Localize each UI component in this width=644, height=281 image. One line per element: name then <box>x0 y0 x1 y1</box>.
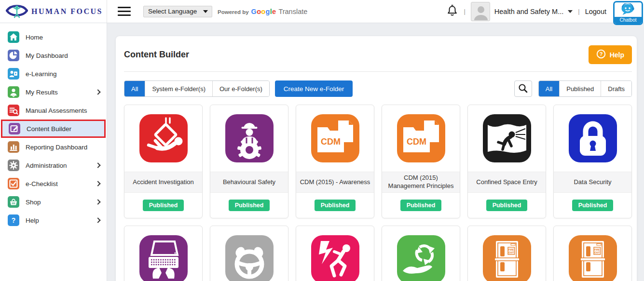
efolder-grid: Accident Investigation Published <box>124 105 632 281</box>
sidebar-item-label: Home <box>26 34 43 41</box>
fire-exit-door-icon: FIRE EXIT <box>483 235 531 281</box>
user-avatar[interactable] <box>471 2 490 21</box>
efolder-title: Confined Space Entry <box>468 172 546 193</box>
chatbot-icon <box>620 2 636 17</box>
content-builder-pencil-icon <box>9 123 20 134</box>
status-badge: Published <box>572 200 614 211</box>
sidebar-item-label: My Dashboard <box>26 52 68 59</box>
sidebar-nav: Home My Dashboard e-Learning My Results … <box>0 23 107 281</box>
title-divider <box>124 71 632 72</box>
efolder-card-accident-investigation[interactable]: Accident Investigation Published <box>124 105 203 218</box>
google-logo: Google <box>251 8 276 15</box>
efolder-card-behavioural-safety[interactable]: Behavioural Safety Published <box>210 105 288 218</box>
sidebar-item-label: Manual Assessments <box>26 107 87 114</box>
sidebar-item-echecklist[interactable]: e-Checklist <box>0 174 107 193</box>
brand-logo[interactable]: HUMAN FOCUS <box>0 0 107 23</box>
tab-all-status[interactable]: All <box>539 81 559 96</box>
sidebar-item-content-builder[interactable]: Content Builder <box>1 120 106 138</box>
hamburger-menu-icon[interactable] <box>118 7 131 16</box>
hand-recycle-icon <box>397 235 445 281</box>
efolder-title: Behavioural Safety <box>210 172 288 193</box>
search-button[interactable] <box>514 80 532 97</box>
tab-published[interactable]: Published <box>559 81 601 96</box>
efolder-card-cdm-awareness[interactable]: CDM CDM (2015) - Awareness Published <box>296 105 374 218</box>
assessment-search-icon <box>8 105 19 116</box>
cdm-folder-icon: CDM <box>311 114 359 162</box>
create-new-efolder-button[interactable]: Create New e-Folder <box>275 80 353 97</box>
help-button[interactable]: ? Help <box>589 45 632 64</box>
google-translate-attribution: Powered by Google Translate <box>218 8 307 15</box>
efolder-card[interactable] <box>124 226 203 281</box>
svg-text:EXIT: EXIT <box>594 251 600 254</box>
cdm-folder-icon: CDM <box>397 114 445 162</box>
magnifier-icon <box>518 83 528 95</box>
bar-chart-icon <box>8 141 19 153</box>
steering-wheel-icon <box>225 235 274 281</box>
efolder-card-data-security[interactable]: Data Security Published <box>553 105 632 218</box>
status-badge: Published <box>143 200 184 211</box>
checklist-icon <box>8 178 19 189</box>
sidebar-item-help[interactable]: ? Help <box>0 211 107 229</box>
elearning-icon <box>8 68 19 80</box>
page-title: Content Builder <box>124 50 189 60</box>
efolder-card[interactable]: FIRE EXIT <box>467 226 546 281</box>
language-select[interactable]: Select Language <box>143 6 212 17</box>
help-button-label: Help <box>610 51 624 59</box>
efolder-card[interactable] <box>296 226 374 281</box>
content-builder-panel: Content Builder ? Help All System e-Fold… <box>116 36 637 281</box>
tab-our-efolders[interactable]: Our e-Folder(s) <box>212 81 269 96</box>
sidebar-item-manual-assessments[interactable]: Manual Assessments <box>0 101 107 120</box>
efolder-title: CDM (2015) Management Principles <box>382 172 460 193</box>
header-separator: | <box>578 8 579 15</box>
sidebar-item-my-results[interactable]: My Results <box>0 83 107 101</box>
chatbot-button[interactable]: Chatbot <box>613 1 643 25</box>
status-filter-group: All Published Drafts <box>538 80 632 97</box>
chevron-down-icon[interactable] <box>568 10 573 13</box>
status-badge: Published <box>315 200 356 211</box>
sidebar-item-label: Help <box>26 217 39 224</box>
efolder-card[interactable] <box>210 226 288 281</box>
efolder-card[interactable] <box>382 226 460 281</box>
toolbar: All System e-Folder(s) Our e-Folder(s) C… <box>124 80 632 97</box>
translate-label: Translate <box>278 8 307 15</box>
sidebar-item-elearning[interactable]: e-Learning <box>0 65 107 83</box>
tab-drafts[interactable]: Drafts <box>601 81 631 96</box>
sidebar-item-home[interactable]: Home <box>0 28 107 46</box>
worker-on-gear-icon <box>225 114 274 162</box>
fire-exit-door-icon: FIRE EXIT <box>569 235 617 281</box>
question-icon: ? <box>8 214 19 226</box>
notification-bell-icon[interactable] <box>447 5 457 18</box>
main-content: Content Builder ? Help All System e-Fold… <box>107 23 644 281</box>
sidebar-item-label: Reporting Dashboard <box>26 144 87 151</box>
efolder-title: Data Security <box>554 172 631 193</box>
user-name[interactable]: Health and Safety M... <box>494 8 563 15</box>
svg-text:EXIT: EXIT <box>508 251 514 254</box>
padlock-icon <box>569 114 617 162</box>
chevron-right-icon <box>95 89 100 94</box>
efolder-card-cdm-management[interactable]: CDM CDM (2015) Management Principles Pub… <box>382 105 460 218</box>
svg-text:CDM: CDM <box>407 137 426 147</box>
home-icon <box>8 31 19 43</box>
sidebar-item-my-dashboard[interactable]: My Dashboard <box>0 46 107 65</box>
svg-text:CDM: CDM <box>321 137 341 147</box>
sidebar-item-label: My Results <box>26 89 58 96</box>
status-badge: Published <box>400 200 442 211</box>
results-person-icon <box>8 86 19 98</box>
tab-all-folders[interactable]: All <box>124 81 145 96</box>
sidebar-item-reporting-dashboard[interactable]: Reporting Dashboard <box>0 138 107 156</box>
sidebar-item-label: Shop <box>26 199 41 206</box>
logout-button[interactable]: Logout <box>585 8 606 15</box>
laptop-typing-icon <box>139 235 188 281</box>
brand-name: HUMAN FOCUS <box>31 7 103 16</box>
human-focus-eye-icon <box>6 2 28 21</box>
tab-system-efolders[interactable]: System e-Folder(s) <box>145 81 212 96</box>
falling-crate-person-icon <box>139 114 188 162</box>
chevron-right-icon <box>95 217 100 223</box>
sidebar-item-administration[interactable]: Administration <box>0 156 107 174</box>
sidebar-item-label: e-Checklist <box>26 180 58 187</box>
sidebar-item-shop[interactable]: Shop <box>0 193 107 211</box>
efolder-card[interactable]: FIRE EXIT <box>553 226 632 281</box>
efolder-card-confined-space-entry[interactable]: Confined Space Entry Published <box>467 105 546 218</box>
sidebar-item-label: e-Learning <box>26 70 57 78</box>
shop-basket-icon <box>8 196 19 208</box>
